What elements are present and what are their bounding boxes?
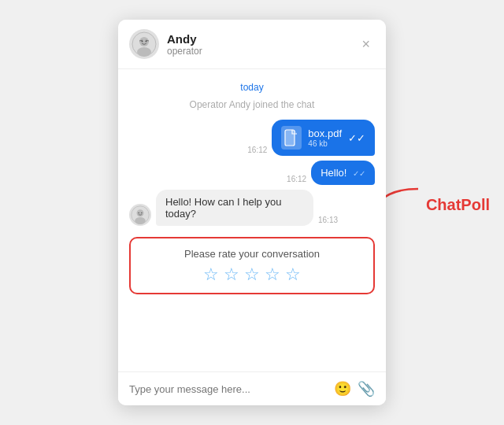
file-icon	[281, 126, 302, 150]
chatpoll-label: ChatPoll	[426, 196, 490, 214]
msg-time-file: 16:12	[247, 146, 267, 154]
file-info: box.pdf 46 kb	[308, 128, 342, 148]
message-row-incoming: Hello! How can I help you today? 16:13	[129, 190, 375, 226]
chat-input[interactable]	[129, 383, 328, 395]
close-button[interactable]: ×	[357, 35, 375, 53]
msg-bubble-hello: Hello! ✓✓	[311, 161, 375, 185]
svg-point-1	[139, 37, 149, 46]
msg-time-hello: 16:12	[287, 175, 306, 183]
header-name: Andy	[167, 32, 357, 46]
svg-rect-7	[285, 130, 295, 146]
svg-point-12	[141, 213, 143, 214]
message-row-file: 16:12 box.pdf 46 kb ✓✓	[129, 120, 375, 156]
chat-header: Andy operator ×	[118, 20, 386, 69]
msg-text-incoming: Hello! How can I help you today?	[165, 196, 281, 220]
message-row-hello: 16:12 Hello! ✓✓	[129, 161, 375, 185]
star-4[interactable]: ☆	[265, 266, 280, 283]
file-name: box.pdf	[308, 128, 342, 139]
stars-container: ☆ ☆ ☆ ☆ ☆	[143, 266, 361, 283]
file-size: 46 kb	[308, 139, 342, 148]
msg-time-incoming: 16:13	[318, 216, 338, 224]
svg-point-2	[137, 47, 151, 57]
svg-point-11	[138, 213, 139, 214]
chat-messages: today Operator Andy joined the chat 16:1…	[118, 69, 386, 371]
msg-bubble-incoming: Hello! How can I help you today?	[156, 190, 313, 226]
chat-widget: Andy operator × today Operator Andy join…	[118, 20, 386, 405]
msg-text-hello: Hello!	[321, 167, 346, 179]
chat-input-area: 🙂 📎	[118, 371, 386, 405]
avatar	[129, 29, 159, 59]
system-message: Operator Andy joined the chat	[129, 99, 375, 110]
svg-point-4	[146, 41, 147, 42]
rating-box: Please rate your conversation ☆ ☆ ☆ ☆ ☆	[129, 237, 375, 294]
emoji-icon[interactable]: 🙂	[334, 380, 351, 397]
svg-point-10	[135, 217, 146, 224]
incoming-avatar-icon	[131, 205, 150, 224]
header-info: Andy operator	[167, 32, 357, 57]
star-2[interactable]: ☆	[224, 266, 239, 283]
avatar-icon	[132, 31, 157, 57]
file-ticks: ✓✓	[348, 132, 365, 144]
outer-wrapper: ChatPoll Andy operator	[0, 0, 504, 425]
attachment-icon[interactable]: 📎	[358, 380, 375, 397]
file-bubble: box.pdf 46 kb ✓✓	[272, 120, 375, 156]
incoming-avatar	[129, 204, 151, 226]
star-3[interactable]: ☆	[244, 266, 260, 283]
svg-point-9	[137, 209, 144, 216]
hello-ticks: ✓✓	[353, 169, 365, 178]
star-1[interactable]: ☆	[203, 266, 219, 283]
star-5[interactable]: ☆	[285, 266, 301, 283]
svg-point-3	[142, 41, 143, 42]
header-role: operator	[167, 46, 357, 57]
rating-text: Please rate your conversation	[143, 248, 361, 260]
system-date: today	[129, 82, 375, 93]
